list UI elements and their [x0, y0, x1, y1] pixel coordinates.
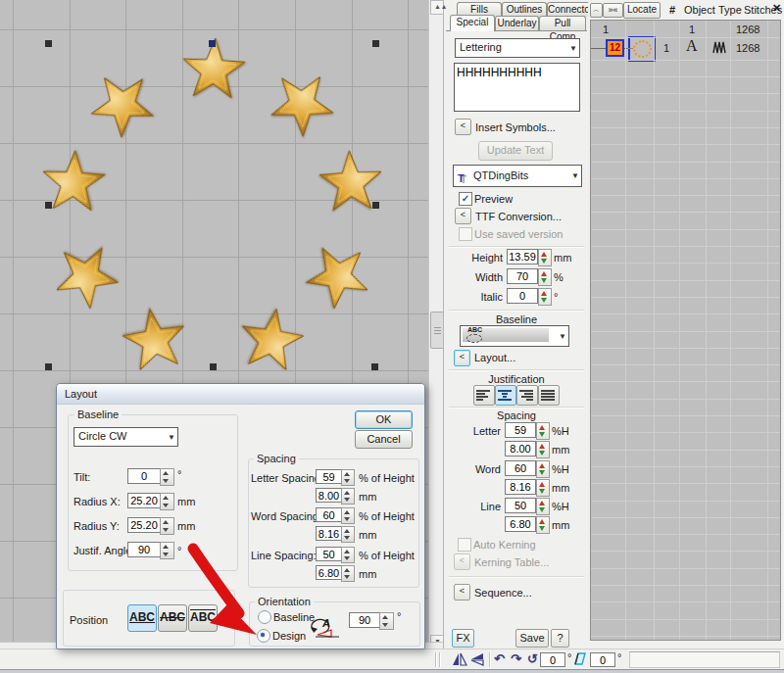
spin-up-arrow[interactable] — [344, 550, 350, 553]
skew-angle-input[interactable] — [590, 652, 615, 667]
word-spacing-pct-input[interactable] — [316, 507, 342, 522]
insert-symbols-button[interactable]: < — [455, 119, 471, 135]
help-button[interactable]: ? — [551, 629, 569, 648]
use-saved-version-checkbox[interactable] — [459, 227, 472, 241]
word-spacing-mm-stepper[interactable] — [536, 479, 550, 497]
spin-down-arrow[interactable] — [344, 479, 350, 483]
orientation-design-label[interactable]: Design — [272, 630, 306, 642]
spin-up-arrow[interactable] — [344, 472, 350, 476]
line-mm-stepper[interactable] — [341, 565, 355, 582]
line-pct-stepper[interactable] — [341, 547, 355, 563]
spin-up-arrow[interactable] — [539, 463, 545, 468]
skew-icon[interactable] — [574, 652, 588, 666]
spin-up-arrow[interactable] — [344, 510, 350, 514]
spin-down-arrow[interactable] — [541, 278, 547, 283]
justify-full-button[interactable] — [538, 385, 560, 406]
spin-up-arrow[interactable] — [539, 444, 545, 449]
spin-up-arrow[interactable] — [539, 425, 545, 430]
color-badge[interactable]: 12 — [606, 39, 624, 57]
tilt-stepper[interactable] — [160, 468, 174, 486]
spin-down-arrow[interactable] — [539, 451, 545, 456]
tab-connectors[interactable]: Connectors — [547, 2, 590, 17]
star-object[interactable] — [303, 135, 399, 231]
position-strike-button[interactable]: ABC — [158, 604, 187, 632]
star-object[interactable] — [71, 53, 174, 157]
canvas-vertical-scrollbar[interactable]: ▲ ▼ — [428, 0, 444, 649]
rotate-cw-icon[interactable]: ↷ — [511, 651, 521, 666]
letter-spacing-mm-input[interactable] — [505, 441, 536, 457]
letter-spacing-pct-stepper[interactable] — [536, 422, 550, 440]
rotate-icon[interactable]: ↺ — [527, 651, 538, 666]
letter-spacing-mm-stepper[interactable] — [536, 441, 550, 458]
word-mm-stepper[interactable] — [341, 526, 355, 543]
spin-up-arrow[interactable] — [382, 615, 388, 619]
spin-down-arrow[interactable] — [344, 536, 350, 540]
auto-kerning-checkbox[interactable] — [458, 538, 471, 552]
column-header-number[interactable]: # — [669, 4, 675, 16]
word-spacing-mm-input[interactable] — [505, 479, 536, 495]
position-baseline-button[interactable]: ABC — [127, 604, 157, 632]
spin-down-arrow[interactable] — [539, 470, 545, 475]
close-icon[interactable]: ✕ — [772, 2, 781, 15]
word-pct-stepper[interactable] — [341, 507, 355, 524]
lettering-object-icon[interactable]: A — [686, 37, 698, 55]
panel-collapse-icon[interactable]: ▴ — [442, 2, 446, 11]
kerning-table-button[interactable]: < — [454, 553, 470, 570]
spin-down-arrow[interactable] — [539, 507, 545, 512]
justif-angle-input[interactable] — [127, 542, 161, 557]
spin-down-arrow[interactable] — [344, 517, 350, 521]
star-object[interactable] — [250, 52, 354, 156]
tab-outlines[interactable]: Outlines — [502, 2, 547, 17]
spin-up-arrow[interactable] — [541, 291, 547, 296]
selection-handle[interactable] — [372, 40, 379, 47]
spin-down-arrow[interactable] — [344, 498, 350, 502]
lettering-text-input[interactable]: HHHHHHHHHH — [454, 63, 580, 112]
letter-spacing-pct-input[interactable] — [316, 469, 342, 484]
italic-stepper[interactable] — [538, 288, 552, 306]
object-list[interactable]: 1 1 1268 12 1 A 1268 — [590, 20, 781, 641]
spin-down-arrow[interactable] — [344, 575, 350, 579]
line-spacing-pct-input[interactable] — [316, 547, 342, 561]
line-spacing-mm-stepper[interactable] — [536, 516, 550, 534]
collapse-panel-button[interactable]: ︿ — [590, 3, 603, 18]
insert-symbols-label[interactable]: Insert Symbols... — [475, 121, 556, 133]
layout-button-label[interactable]: Layout... — [474, 352, 515, 363]
radius-x-input[interactable] — [127, 493, 161, 508]
fx-button[interactable]: FX — [452, 629, 474, 648]
line-spacing-mm-input[interactable] — [505, 516, 536, 532]
save-button[interactable]: Save — [515, 629, 549, 648]
width-stepper[interactable] — [538, 268, 552, 286]
orientation-baseline-radio[interactable] — [258, 610, 271, 624]
line-spacing-pct-input[interactable] — [505, 498, 536, 513]
selection-handle[interactable] — [371, 363, 378, 370]
spin-up-arrow[interactable] — [541, 271, 547, 276]
spin-up-arrow[interactable] — [163, 496, 169, 500]
word-spacing-pct-input[interactable] — [505, 460, 536, 476]
selection-handle[interactable] — [45, 202, 52, 209]
rotate-angle-input[interactable] — [540, 652, 565, 667]
baseline-combo[interactable]: ABC ▼ — [460, 325, 569, 347]
update-text-button[interactable]: Update Text — [478, 141, 553, 161]
spin-down-arrow[interactable] — [163, 553, 169, 556]
spin-down-arrow[interactable] — [541, 259, 547, 264]
object-thumbnail[interactable] — [628, 36, 656, 62]
spin-up-arrow[interactable] — [344, 529, 350, 533]
orientation-angle-stepper[interactable] — [379, 612, 394, 630]
spin-down-arrow[interactable] — [163, 504, 169, 507]
spin-down-arrow[interactable] — [344, 556, 350, 560]
rotate-ccw-icon[interactable]: ↶ — [494, 651, 505, 666]
selection-handle[interactable] — [210, 363, 217, 370]
spin-up-arrow[interactable] — [163, 545, 169, 549]
spin-up-arrow[interactable] — [539, 482, 545, 487]
orientation-angle-input[interactable] — [349, 612, 380, 628]
word-spacing-mm-input[interactable] — [316, 526, 342, 541]
star-object[interactable] — [289, 227, 388, 326]
column-header-type[interactable]: Type — [718, 4, 742, 16]
selection-handle[interactable] — [372, 202, 379, 209]
baseline-type-combo[interactable]: Circle CW ▼ — [74, 427, 178, 447]
mirror-horizontal-icon[interactable] — [452, 652, 467, 666]
justify-left-button[interactable] — [473, 385, 495, 406]
column-header-object[interactable]: Object — [684, 4, 715, 16]
justify-right-button[interactable] — [516, 385, 538, 406]
letter-spacing-mm-input[interactable] — [316, 488, 342, 503]
